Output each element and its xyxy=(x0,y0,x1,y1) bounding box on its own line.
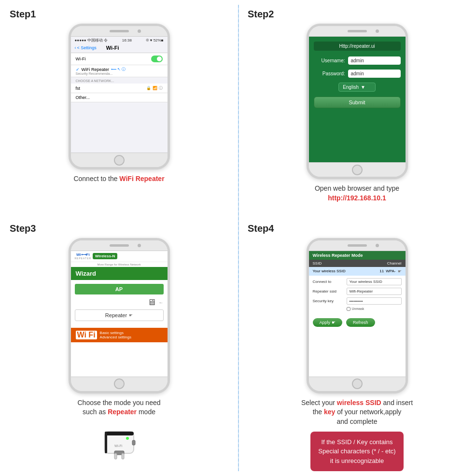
back-button[interactable]: ‹ < Settings xyxy=(75,45,97,50)
step1-desc: Connect to the WiFi Repeater xyxy=(73,174,164,184)
wizard-title-bar: Wizard xyxy=(71,267,168,280)
wizard-screen: Wi⟷Fi REPEATER Wireless-N More Range for… xyxy=(71,251,168,377)
security-key-label: Security key xyxy=(313,299,347,303)
lock-icon: 🔒 xyxy=(146,86,151,90)
step3-desc: Choose the mode you need such as Repeate… xyxy=(77,398,160,417)
language-select[interactable]: English ▼ xyxy=(338,83,376,92)
fst-network-row: fst 🔒 📶 ⓘ xyxy=(71,84,168,93)
phone-camera-4 xyxy=(376,244,379,247)
wifi-title: Wi-Fi xyxy=(106,45,119,51)
password-label: Password: xyxy=(314,71,345,76)
repeater-ssid-label: Repeater ssid xyxy=(313,289,347,294)
security-key-row: Security key •••••••••• xyxy=(313,297,402,305)
step4-desc: Select your wireless SSID and insert the… xyxy=(301,398,413,427)
quadrant-step2: Step2 Http://repeater.ui Username: admin… xyxy=(238,0,476,216)
cursor-hand-icon: ☛ xyxy=(129,313,133,318)
cursor-icon: ↖ xyxy=(117,67,121,71)
info-icon2[interactable]: ⓘ xyxy=(159,85,163,91)
info-icon[interactable]: ⓘ xyxy=(122,67,126,72)
ssid-value: Your wireless SSID xyxy=(313,269,346,273)
quadrant-step1: Step1 ●●●●● 中国移动 令 16:38 ® ♥ 52%■ ‹ < Se xyxy=(0,0,238,216)
security-type: WPA- xyxy=(386,269,395,273)
wireless-n-badge: Wireless-N xyxy=(93,253,117,259)
browser-screen: Http://repeater.ui Username: admin Passw… xyxy=(309,37,406,162)
phone-speaker-4 xyxy=(348,244,367,247)
phone-camera xyxy=(138,29,141,33)
username-input[interactable]: admin xyxy=(348,56,401,65)
col-ssid: SSID xyxy=(313,261,322,266)
step4-phone: Wireless Repeater Mode SSID Channel Your… xyxy=(307,238,408,393)
username-row: Username: admin xyxy=(314,56,401,65)
carrier: ●●●●● 中国移动 令 xyxy=(75,38,108,43)
wifi-toggle-row: Wi-Fi xyxy=(71,53,168,65)
step2-phone: Http://repeater.ui Username: admin Passw… xyxy=(307,24,408,179)
phone-bottom-bar-3 xyxy=(71,377,168,391)
svg-rect-8 xyxy=(105,432,107,453)
step3-phone: Wi⟷Fi REPEATER Wireless-N More Range for… xyxy=(69,238,170,393)
step2-desc: Open web browser and type http://192.168… xyxy=(315,184,399,203)
wifi-logo-box: Wi⟷Fi REPEATER xyxy=(75,253,92,260)
channel-value: 11 xyxy=(379,269,384,273)
basic-settings-link[interactable]: Basic settings xyxy=(100,331,131,335)
wifi-device-svg: Wi-Fi xyxy=(98,422,141,465)
wifi-nav: ‹ < Settings Wi-Fi xyxy=(71,44,168,53)
svg-rect-5 xyxy=(122,453,124,459)
unmask-checkbox[interactable] xyxy=(347,307,350,311)
home-button-4[interactable] xyxy=(352,378,363,389)
warning-line1: If the SSID / Key contains xyxy=(318,437,395,447)
unmask-row: Unmask xyxy=(313,307,402,311)
warning-line2: Special characters (* / - etc) xyxy=(318,447,395,456)
wifi-repeater-name: ✓ WiFi Repeater ⟵ ↖ ⓘ xyxy=(76,67,163,72)
home-button-2[interactable] xyxy=(352,165,363,175)
wizard-subtitle: More Range for Wireless Network xyxy=(71,262,168,267)
wifi-label: Wi-Fi xyxy=(76,56,86,61)
quadrant-step4: Step4 Wireless Repeater Mode SSID Channe… xyxy=(238,216,476,476)
svg-rect-4 xyxy=(114,453,117,459)
cursor-hand3-icon: ☛ xyxy=(332,320,336,325)
phone-top-bar-3 xyxy=(71,240,168,251)
svg-rect-1 xyxy=(105,432,134,435)
password-row: Password: admin xyxy=(314,70,401,78)
step1-label: Step1 xyxy=(10,9,36,20)
checkmark-icon: ✓ xyxy=(76,67,80,72)
home-button-3[interactable] xyxy=(114,378,125,389)
fst-network-icons: 🔒 📶 ⓘ xyxy=(146,85,163,91)
wifi-orange-logo: Wi Fi xyxy=(76,331,97,339)
phone-speaker-2 xyxy=(348,30,367,32)
refresh-button[interactable]: Refresh xyxy=(346,318,375,327)
warning-line3: it is unrecognizable xyxy=(318,456,395,466)
username-label: Username: xyxy=(314,58,345,63)
security-key-input[interactable]: •••••••••• xyxy=(347,297,402,305)
ssid-row[interactable]: Your wireless SSID 11 WPA- ☛ xyxy=(309,267,406,276)
dropdown-icon: ▼ xyxy=(361,84,365,90)
advanced-settings-link[interactable]: Advanced settings xyxy=(100,335,131,339)
phone-top-bar-2 xyxy=(309,26,406,37)
cursor-hand2-icon: ☛ xyxy=(398,269,402,274)
repeater-button[interactable]: Repeater ☛ xyxy=(75,309,164,321)
svg-text:Wi-Fi: Wi-Fi xyxy=(114,444,123,448)
repeater-table-header: SSID Channel xyxy=(309,260,406,267)
time: 16:38 xyxy=(122,38,132,42)
wifi-toggle[interactable] xyxy=(151,56,163,62)
phone-top-bar xyxy=(71,26,168,37)
wifi-device-image: Wi-Fi xyxy=(98,422,141,465)
url-bar[interactable]: Http://repeater.ui xyxy=(314,42,401,51)
phone-camera-3 xyxy=(138,244,141,247)
ap-button[interactable]: AP xyxy=(75,284,164,294)
svg-point-3 xyxy=(126,437,129,440)
repeater-header: Wireless Repeater Mode xyxy=(309,251,406,260)
step2-label: Step2 xyxy=(248,9,274,20)
language-row: English ▼ xyxy=(314,83,401,92)
other-network-row[interactable]: Other... xyxy=(71,93,168,102)
svg-rect-6 xyxy=(132,440,135,445)
home-button[interactable] xyxy=(114,155,125,166)
repeater-ssid-input[interactable]: Wifi-Repeater xyxy=(347,288,402,295)
apply-button[interactable]: Apply ☛ xyxy=(313,318,343,327)
wifi-icon: ⟵ xyxy=(111,67,116,71)
connect-label: Connect to xyxy=(313,280,347,284)
step3-label: Step3 xyxy=(10,223,36,234)
connect-to-row: Connect to Your wireless SSID xyxy=(313,278,402,285)
password-input[interactable]: admin xyxy=(348,70,401,78)
wifi-repeater-row: ✓ WiFi Repeater ⟵ ↖ ⓘ Security Recommend… xyxy=(71,65,168,77)
submit-button[interactable]: Submit xyxy=(314,97,401,108)
